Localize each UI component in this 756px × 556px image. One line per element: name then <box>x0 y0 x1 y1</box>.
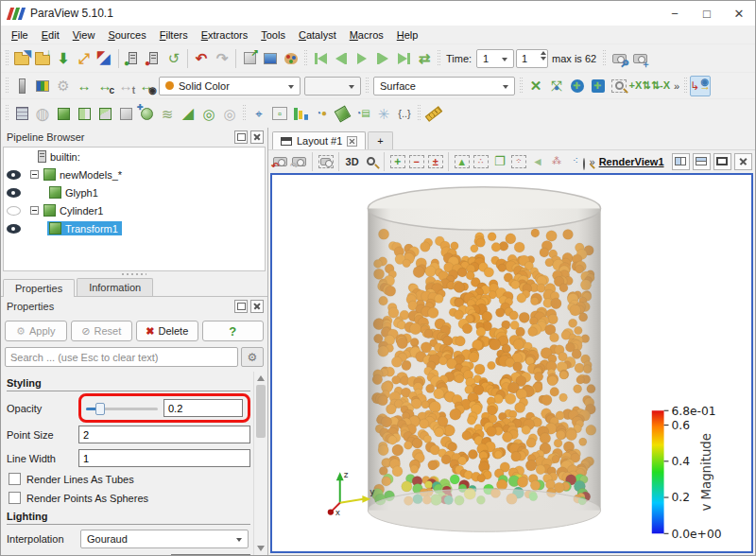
toolbar-grip[interactable] <box>303 50 308 67</box>
menu-help[interactable]: Help <box>390 27 425 43</box>
plot-over-line-icon[interactable] <box>332 103 352 124</box>
line-width-input[interactable] <box>78 449 250 467</box>
histogram-icon[interactable] <box>290 103 311 124</box>
search-input[interactable] <box>5 347 238 367</box>
toolbar-grip[interactable] <box>683 78 688 95</box>
split-vertical-button[interactable] <box>693 153 711 170</box>
opacity-slider[interactable] <box>86 401 158 416</box>
extract-group-icon[interactable]: ◎ <box>219 103 240 124</box>
toolbar-grip[interactable] <box>5 78 9 95</box>
color-by-dropdown[interactable]: Solid Color <box>159 77 301 96</box>
rescale-visible-icon[interactable]: ↔◉ <box>136 76 157 96</box>
loop-button[interactable]: ⇄ <box>414 48 435 69</box>
ruler-icon[interactable] <box>423 103 444 124</box>
render-view[interactable]: z y x 6.8e-010.60.40.20.0e+00 v Magnitud… <box>270 173 753 553</box>
camera-redo-icon[interactable]: ↷ <box>290 152 308 171</box>
extract-subset-icon[interactable] <box>115 103 136 124</box>
auto-apply-icon[interactable]: ⤢ <box>74 48 94 69</box>
toolbar-grip[interactable] <box>437 50 441 67</box>
apply-button[interactable]: ⚙Apply <box>5 321 67 341</box>
reset-camera-icon[interactable]: ✕ <box>525 76 546 96</box>
subtract-selection-icon[interactable]: − <box>407 152 425 171</box>
split-horizontal-button[interactable] <box>672 153 690 170</box>
group-datasets-icon[interactable]: ◎ <box>198 103 219 124</box>
pipeline-item-glyph1[interactable]: Glyph1 <box>4 183 265 201</box>
render-view-title[interactable]: RenderView1 <box>599 156 664 167</box>
stream-tracer-icon[interactable]: ≋ <box>157 103 178 124</box>
zoom-to-data-icon[interactable]: ⤧● <box>546 76 567 96</box>
add-selection-icon[interactable]: ＋ <box>388 152 406 171</box>
reset-button[interactable]: ⊘Reset <box>71 321 133 341</box>
glyph-with-custom-source-icon[interactable]: ✳ <box>373 103 394 124</box>
delete-button[interactable]: ✖Delete <box>136 321 198 341</box>
minimize-button[interactable]: − <box>659 1 691 26</box>
warp-icon[interactable]: ◢ <box>178 103 198 124</box>
clip-icon[interactable] <box>53 103 74 124</box>
toggle-selection-icon[interactable]: ± <box>426 152 444 171</box>
point-size-input[interactable] <box>78 426 250 443</box>
frame-spinbox[interactable]: 1 <box>516 49 548 68</box>
close-panel-icon[interactable] <box>250 300 264 313</box>
menu-macros[interactable]: Macros <box>343 27 390 43</box>
probe-location-icon[interactable]: ⌖ <box>249 103 269 124</box>
rescale-range-icon[interactable]: ⚙ <box>53 76 74 96</box>
last-frame-button[interactable] <box>393 48 414 69</box>
menu-file[interactable]: File <box>5 27 35 43</box>
set-view-minus-x-icon[interactable]: ⇅-X <box>650 76 671 96</box>
specular-input[interactable] <box>171 554 250 555</box>
reset-camera-closest-icon[interactable] <box>567 76 588 96</box>
close-button[interactable]: ✕ <box>723 1 755 26</box>
set-view-plus-x-icon[interactable]: +X⇅ <box>629 76 650 96</box>
select-points-through-icon[interactable]: ⁘ <box>509 152 527 171</box>
maximize-button[interactable]: □ <box>691 1 723 26</box>
menu-sources[interactable]: Sources <box>101 27 152 43</box>
redo-icon[interactable]: ↷ <box>212 48 232 69</box>
menu-filters[interactable]: Filters <box>153 27 195 43</box>
pipeline-item-cylinder1[interactable]: Cylinder1 <box>4 201 265 219</box>
hover-points-icon[interactable]: ⁖ <box>566 152 584 171</box>
visibility-eye-off-icon[interactable] <box>7 206 21 216</box>
contour-icon[interactable]: ◍ <box>32 103 53 124</box>
toggle-3d-button[interactable]: 3D <box>343 152 361 171</box>
spin-down-icon[interactable] <box>541 57 546 61</box>
plot-over-time-icon[interactable]: ◔● <box>311 103 332 124</box>
rescale-temporal-icon[interactable]: ↔t <box>115 76 136 96</box>
undo-icon[interactable]: ↶ <box>191 48 212 69</box>
menu-extractors[interactable]: Extractors <box>195 27 255 43</box>
toolbar-overflow[interactable]: » <box>674 80 679 92</box>
camera-zoom-icon[interactable]: 🔎︎ <box>609 48 629 69</box>
first-frame-button[interactable] <box>310 48 331 69</box>
next-frame-button[interactable] <box>372 48 393 69</box>
save-data-icon[interactable]: ⬇ <box>53 48 74 69</box>
spin-up-icon[interactable] <box>541 51 546 55</box>
interpolation-dropdown[interactable]: Gouraud <box>80 530 249 548</box>
time-dropdown[interactable]: 1 <box>476 49 514 68</box>
camera-undo-icon[interactable]: ↶ <box>271 152 289 171</box>
opacity-input[interactable] <box>163 399 243 417</box>
pipeline-item-newmodels[interactable]: newModels_* <box>4 165 265 183</box>
toolbar-grip[interactable] <box>519 78 524 95</box>
collapse-icon[interactable] <box>30 170 39 179</box>
render-points-checkbox[interactable] <box>9 492 21 504</box>
toolbar-grip[interactable] <box>5 105 9 122</box>
slice-icon[interactable] <box>74 103 94 124</box>
zoom-box-icon[interactable] <box>362 152 380 171</box>
undock-icon[interactable] <box>234 130 248 144</box>
camera-add-icon[interactable]: ＋ <box>629 48 650 69</box>
scroll-up-icon[interactable] <box>257 375 265 381</box>
render-lines-checkbox[interactable] <box>9 473 21 485</box>
search-options-button[interactable]: ⚙ <box>241 347 264 367</box>
scroll-down-icon[interactable] <box>257 546 265 551</box>
pipeline-item-builtin[interactable]: builtin: <box>4 148 265 165</box>
programmable-filter-icon[interactable]: {..} <box>394 103 415 124</box>
glyph-filter-icon[interactable]: ✚ <box>136 103 157 124</box>
extract-selection-icon[interactable]: ▫ <box>269 103 290 124</box>
visibility-eye-icon[interactable] <box>7 188 21 198</box>
play-button[interactable] <box>352 48 372 69</box>
layout-tab[interactable]: Layout #1 <box>272 131 366 149</box>
toolbar-grip[interactable] <box>365 78 369 95</box>
camera-orientation-toggle-icon[interactable]: ↳→◉ <box>690 76 711 96</box>
save-state-icon[interactable]: ↓ <box>32 48 53 69</box>
toolbar-grip[interactable] <box>242 105 247 122</box>
interactive-select-cells-icon[interactable]: ◄ <box>528 152 546 171</box>
